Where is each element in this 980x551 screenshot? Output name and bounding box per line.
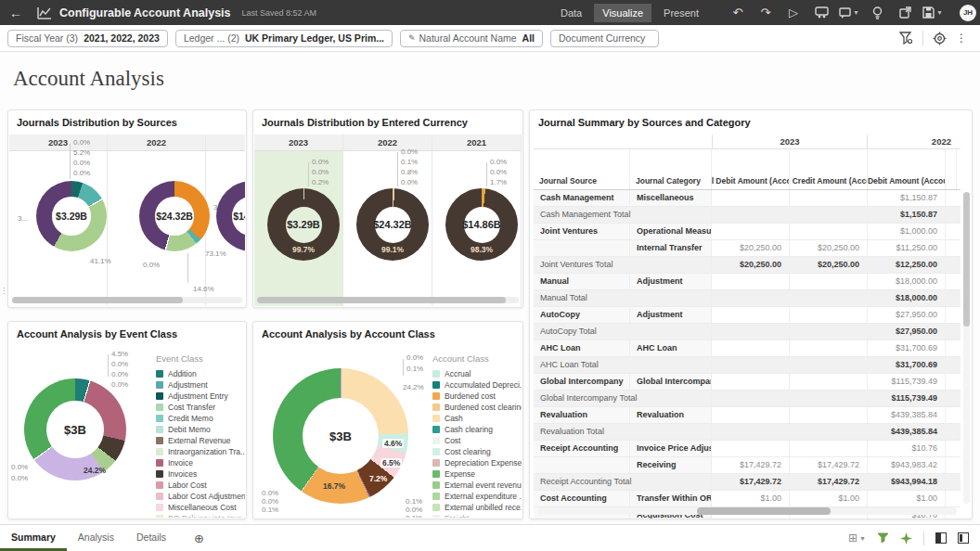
canvas-tab-details[interactable]: Details (125, 525, 177, 551)
panel-layout-bar-icon[interactable] (958, 532, 969, 544)
legend-item[interactable]: Miscellaneous Cost (156, 502, 245, 513)
layout-grid-icon[interactable]: ⊞▼ (848, 532, 866, 545)
legend-item[interactable]: Adjustment (156, 379, 245, 391)
legend-item[interactable]: Intraorganization Tra... (156, 446, 245, 457)
table-row[interactable]: Cash ManagementMiscellaneous$1,150.87 (534, 190, 961, 207)
donut-chart[interactable]: $14.86B (216, 181, 245, 251)
legend-item[interactable]: Invoice (156, 457, 245, 468)
legend-item[interactable]: Accumulated Depreci... (432, 379, 522, 391)
play-icon[interactable]: ▷ (780, 0, 807, 25)
legend-item[interactable]: Freight (432, 513, 522, 518)
table-row[interactable]: Internal Transfer$20,250.00$20,250.00$11… (534, 240, 961, 257)
legend-item[interactable]: Depreciation Expense (432, 457, 522, 468)
table-row[interactable]: Cash Management Total$1,150.87 (534, 207, 961, 224)
tab-present[interactable]: Present (655, 4, 707, 22)
legend-item[interactable]: Labor Cost Adjustment (156, 491, 245, 502)
add-canvas-icon[interactable]: ⊕ (194, 532, 204, 545)
table-row[interactable]: Receipt AccountingInvoice Price Adjust$1… (534, 441, 961, 457)
table-row[interactable]: Manual Total$18,000.00 (534, 290, 961, 307)
refresh-data-icon[interactable] (807, 0, 835, 25)
legend-item[interactable]: Cost Transfer (156, 402, 245, 413)
legend-item[interactable]: Invoices (156, 468, 245, 480)
legend-item[interactable]: Adjustment Entry (156, 391, 245, 402)
export-icon[interactable] (891, 0, 919, 25)
year-column-header[interactable]: 2021 (432, 135, 521, 151)
table-row[interactable]: Joint VenturesOperational Measure$1,000.… (534, 224, 961, 240)
column-header[interactable]: Journal Category (630, 149, 712, 189)
table-row[interactable]: AHC Loan Total$31,700.69 (534, 357, 961, 374)
donut-chart[interactable]: $24.32B (139, 181, 210, 251)
table-row[interactable]: Revaluation Total$439,385.84 (534, 424, 961, 441)
legend-item[interactable]: External expenditure ... (432, 491, 522, 502)
canvas-tab-analysis[interactable]: Analysis (67, 525, 125, 551)
legend-item[interactable]: Cost (432, 435, 522, 446)
table-vertical-scrollbar[interactable] (963, 192, 970, 504)
table-row[interactable]: Joint Ventures Total$20,250.00$20,250.00… (534, 257, 961, 274)
legend-item[interactable]: Labor Cost (156, 480, 245, 491)
legend-item[interactable]: Accrual (432, 368, 522, 379)
canvas-filter-icon[interactable] (877, 532, 889, 544)
panel-drag-handle[interactable]: ⋮⋮ (0, 288, 7, 310)
table-row[interactable]: ManualAdjustment$18,000.00 (534, 274, 961, 290)
year-column-header[interactable]: 2022 (108, 135, 205, 151)
avatar[interactable]: JH (960, 5, 976, 21)
filter-chip[interactable]: Document Currency (550, 30, 659, 47)
donut-chart[interactable]: $3.29B (36, 181, 107, 251)
year-column-header[interactable]: 2023 (254, 135, 342, 151)
table-row[interactable]: Receipt Accounting Total$17,429.72$17,42… (534, 474, 961, 491)
tab-data[interactable]: Data (552, 4, 590, 22)
year-column-header[interactable]: 2021 (206, 135, 245, 151)
column-header[interactable]: Journal Credit Amount (Accounted) (790, 149, 868, 189)
year-column-header[interactable]: 2023 (9, 135, 107, 151)
filter-chip[interactable]: Fiscal Year (3)2021, 2022, 2023 (7, 30, 168, 47)
legend-item[interactable]: Debit Memo (156, 424, 245, 435)
scrollbar-thumb[interactable] (257, 297, 506, 303)
legend-item[interactable]: PO Delivery into Inve... (156, 513, 245, 518)
table-row[interactable]: AHC LoanAHC Loan$31,700.69 (534, 340, 961, 357)
legend-item[interactable]: Burdened cost (432, 391, 522, 402)
donut-chart[interactable]: $14.86B98.3% (445, 188, 518, 261)
column-header[interactable]: Journal Source (534, 149, 630, 189)
legend-item[interactable]: Credit Memo (156, 413, 245, 424)
legend-item[interactable]: Addition (156, 368, 245, 379)
table-row[interactable]: AutoCopyAdjustment$27,950.00 (534, 307, 961, 324)
donut-chart[interactable]: $24.32B99.1% (356, 188, 429, 261)
tab-visualize[interactable]: Visualize (594, 4, 651, 22)
chart-horizontal-scrollbar[interactable] (257, 297, 519, 303)
chart-horizontal-scrollbar[interactable] (12, 297, 242, 303)
table-row[interactable]: AutoCopy Total$27,950.00 (534, 324, 961, 340)
comment-icon[interactable]: ▼ (835, 0, 863, 25)
filter-chip[interactable]: ✎Natural Account NameAll (400, 30, 543, 47)
panel-layout-left-icon[interactable] (935, 532, 947, 544)
filter-chip[interactable]: Ledger ... (2)UK Primary Ledger, US Prim… (175, 30, 393, 47)
legend-item[interactable]: Burdened cost clearing (432, 402, 522, 413)
legend-item[interactable]: External Revenue (156, 435, 245, 446)
insights-bulb-icon[interactable] (863, 0, 891, 25)
year-column-header[interactable]: 2022 (343, 135, 432, 151)
table-row[interactable]: Global IntercompanyGlobal Intercompany$1… (534, 374, 961, 391)
filter-settings-icon[interactable] (899, 32, 913, 45)
column-header[interactable]: Journal Debit Amount (Accounted) (712, 149, 790, 189)
legend-item[interactable]: Expense (432, 468, 522, 480)
legend-item[interactable]: Cash (432, 413, 522, 424)
settings-gear-icon[interactable] (933, 32, 947, 45)
redo-icon[interactable]: ↷ (752, 0, 780, 25)
canvas-tab-summary[interactable]: Summary (0, 525, 67, 551)
legend-item[interactable]: Cash clearing (432, 424, 522, 435)
table-row[interactable]: Global Intercompany Total$115,739.49 (534, 391, 961, 407)
save-icon[interactable]: ▼ (919, 0, 947, 25)
donut-chart[interactable]: $3B (24, 378, 126, 481)
auto-insights-icon[interactable] (900, 532, 912, 545)
legend-item[interactable]: External event revenue (432, 480, 522, 491)
back-arrow-icon[interactable]: ← (0, 6, 32, 20)
kebab-menu-icon[interactable]: ⋮ (956, 32, 967, 45)
scrollbar-thumb[interactable] (12, 297, 183, 303)
table-horizontal-scrollbar[interactable] (537, 507, 957, 515)
donut-chart[interactable]: $3.29B99.7% (267, 188, 340, 261)
column-header[interactable]: Journal Debit Amount (Accounted)▲ (868, 149, 946, 189)
scrollbar-thumb[interactable] (697, 507, 832, 515)
undo-icon[interactable]: ↶ (724, 0, 752, 25)
table-row[interactable]: Receiving$17,429.72$17,429.72$943,983.42 (534, 457, 961, 474)
table-row[interactable]: RevaluationRevaluation$439,385.84 (534, 407, 961, 424)
legend-item[interactable]: External unbilled rece... (432, 502, 522, 513)
